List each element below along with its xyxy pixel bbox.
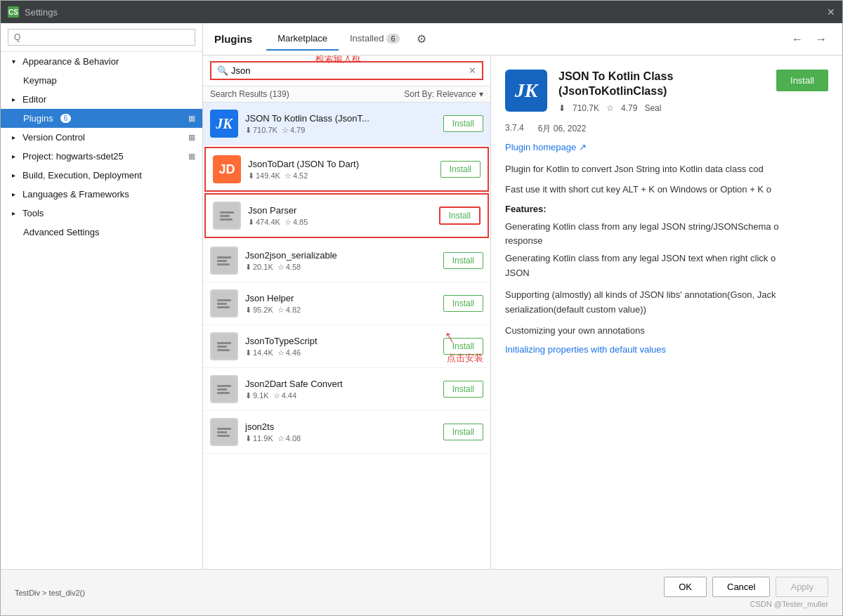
right-panel: Plugins Marketplace Installed 6 ⚙ ←: [203, 23, 842, 569]
svg-rect-9: [217, 299, 231, 301]
ok-button[interactable]: OK: [664, 577, 707, 597]
detail-name: JSON To Kotlin Class (JsonToKotlinClass): [558, 70, 765, 99]
cancel-button[interactable]: Cancel: [712, 577, 770, 597]
detail-header: JK JSON To Kotlin Class (JsonToKotlinCla…: [505, 70, 828, 113]
star-icon: ☆ 4.52: [285, 171, 308, 181]
download-icon: ⬇ 9.1K: [245, 391, 269, 400]
sidebar-item-project[interactable]: ▸ Project: hogwarts-sdet25 ▦: [1, 147, 202, 166]
plugin-meta: ⬇ 149.4K ☆ 4.52: [248, 171, 433, 181]
plugin-homepage-link[interactable]: Plugin homepage ↗: [505, 142, 828, 152]
sidebar-item-plugins[interactable]: Plugins 6 ▦: [1, 109, 202, 128]
forward-button[interactable]: →: [811, 32, 831, 47]
plugin-meta: ⬇ 14.4K ☆ 4.46: [245, 348, 436, 358]
sidebar-item-label: Project: hogwarts-sdet25: [22, 151, 124, 162]
tab-installed[interactable]: Installed 6: [339, 27, 411, 51]
sidebar-item-keymap[interactable]: Keymap: [1, 71, 202, 90]
sidebar-item-languages[interactable]: ▸ Languages & Frameworks: [1, 185, 202, 204]
svg-rect-17: [217, 385, 231, 387]
install-button-json2json[interactable]: Install: [443, 252, 483, 269]
plugin-info-json-kotlin: JSON To Kotlin Class (JsonT... ⬇ 710.7K …: [245, 113, 436, 135]
install-button-json-typescript[interactable]: Install: [443, 338, 483, 355]
sidebar-items: ▾ Appearance & Behavior Keymap ▸ Editor …: [1, 52, 202, 569]
features-title: Features:: [505, 204, 828, 214]
feature-3-text: Supporting (almostly) all kinds of JSON …: [505, 289, 776, 300]
plugin-meta: ⬇ 710.7K ☆ 4.79: [245, 126, 436, 135]
star-icon: ☆: [606, 103, 614, 113]
close-button[interactable]: ✕: [827, 6, 835, 18]
plugin-search-input[interactable]: [231, 65, 469, 76]
install-button-json2ts[interactable]: Install: [443, 424, 483, 440]
feature-1: Generating Kotlin class from any legal J…: [505, 220, 828, 249]
detail-meta: ⬇ 710.7K ☆ 4.79 Seal: [558, 103, 765, 113]
plugin-item-json-parser[interactable]: Json Parser ⬇ 474.4K ☆ 4.85 Install: [204, 193, 489, 238]
plugin-item-json-kotlin[interactable]: JK JSON To Kotlin Class (JsonT... ⬇ 710.…: [203, 103, 490, 145]
plugin-item-json-typescript[interactable]: JsonToTypeScript ⬇ 14.4K ☆ 4.46 Install: [203, 325, 490, 368]
top-nav-right: ← →: [788, 32, 831, 47]
installed-badge: 6: [386, 34, 399, 44]
feature-5: Initializing properties with default val…: [505, 343, 828, 358]
install-button-json-kotlin[interactable]: Install: [443, 115, 483, 132]
plugin-info-json2dart: Json2Dart Safe Convert ⬇ 9.1K ☆ 4.44: [245, 379, 436, 400]
plugin-item-json2ts[interactable]: json2ts ⬇ 11.9K ☆ 4.08 Install: [203, 411, 490, 454]
sidebar-item-advanced[interactable]: Advanced Settings: [1, 223, 202, 242]
sidebar-search-input[interactable]: [8, 29, 195, 46]
star-icon: ☆ 4.85: [285, 218, 308, 227]
plugin-area: 🔍 ✕ 检索输入框 Search Results (139) Sort By: …: [203, 55, 842, 569]
svg-rect-6: [217, 260, 227, 262]
plugin-item-json2dart[interactable]: Json2Dart Safe Convert ⬇ 9.1K ☆ 4.44 Ins…: [203, 368, 490, 411]
star-icon: ☆ 4.46: [277, 348, 301, 358]
plugin-icon-json2dart: [210, 375, 238, 403]
plugin-meta: ⬇ 20.1K ☆ 4.58: [245, 263, 436, 272]
sidebar-item-editor[interactable]: ▸ Editor: [1, 90, 202, 109]
back-button[interactable]: ←: [788, 32, 807, 47]
sidebar-search-area: [1, 23, 202, 52]
sort-chevron-icon: ▾: [479, 89, 483, 99]
plugin-item-json-helper[interactable]: Json Helper ⬇ 95.2K ☆ 4.82 Install: [203, 282, 490, 325]
install-button-json-parser[interactable]: Install: [439, 207, 481, 225]
settings-dialog: CS Settings ✕ ▾ Appearance & Behavior Ke…: [0, 0, 843, 616]
detail-title-area: JSON To Kotlin Class (JsonToKotlinClass)…: [558, 70, 765, 113]
install-button-json-dart[interactable]: Install: [440, 161, 481, 178]
plugin-meta: ⬇ 9.1K ☆ 4.44: [245, 391, 436, 400]
plugin-search-bar: 🔍 ✕ 检索输入框: [203, 55, 490, 86]
svg-rect-7: [217, 263, 230, 266]
plugin-name: JsonToTypeScript: [245, 336, 436, 346]
gear-button[interactable]: ⚙: [411, 30, 432, 48]
sidebar-item-version-control[interactable]: ▸ Version Control ▦: [1, 128, 202, 147]
plugins-panel-title: Plugins: [214, 33, 252, 45]
plugin-search-input-wrap: 🔍 ✕: [210, 61, 483, 80]
feature-1b-text: response: [505, 235, 542, 246]
plugin-name: Json Parser: [248, 205, 432, 216]
plugin-icon-json-helper: [210, 289, 238, 317]
sidebar-item-appearance[interactable]: ▾ Appearance & Behavior: [1, 52, 202, 71]
download-icon: ⬇ 95.2K: [245, 306, 273, 315]
svg-rect-15: [217, 349, 230, 351]
arrow-icon: ▸: [12, 133, 15, 141]
plugin-item-json-dart[interactable]: JD JsonToDart (JSON To Dart) ⬇ 149.4K ☆ …: [204, 147, 489, 192]
svg-rect-18: [217, 388, 227, 391]
plugin-info-json-typescript: JsonToTypeScript ⬇ 14.4K ☆ 4.46: [245, 336, 436, 358]
download-count: 149.4K: [256, 171, 280, 180]
detail-install-button[interactable]: Install: [776, 70, 828, 91]
bottom-status: TestDiv > test_div2(): [15, 589, 85, 597]
svg-rect-3: [220, 218, 233, 221]
detail-desc-2: Fast use it with short cut key ALT + K o…: [505, 183, 828, 197]
install-button-json2dart[interactable]: Install: [443, 381, 483, 398]
plugin-item-json2json[interactable]: Json2json_serializable ⬇ 20.1K ☆ 4.58 In…: [203, 240, 490, 282]
sort-by[interactable]: Sort By: Relevance ▾: [404, 89, 483, 99]
download-count: 95.2K: [253, 306, 273, 314]
settings-icon: ▦: [188, 152, 195, 161]
star-icon: ☆ 4.58: [277, 263, 301, 272]
plugin-detail: JK JSON To Kotlin Class (JsonToKotlinCla…: [491, 55, 842, 569]
plugin-name: Json2Dart Safe Convert: [245, 379, 436, 389]
detail-rating: 4.79: [621, 103, 637, 113]
sidebar-item-build[interactable]: ▸ Build, Execution, Deployment: [1, 166, 202, 185]
clear-icon[interactable]: ✕: [469, 65, 476, 76]
download-count: 20.1K: [253, 263, 273, 271]
window-title: Settings: [25, 7, 58, 18]
download-icon: ⬇ 11.9K: [245, 434, 273, 443]
tab-marketplace[interactable]: Marketplace: [266, 27, 339, 51]
sidebar-item-tools[interactable]: ▸ Tools: [1, 204, 202, 223]
detail-version-info: 3.7.4 6月 06, 2022: [505, 123, 828, 135]
install-button-json-helper[interactable]: Install: [443, 295, 483, 312]
